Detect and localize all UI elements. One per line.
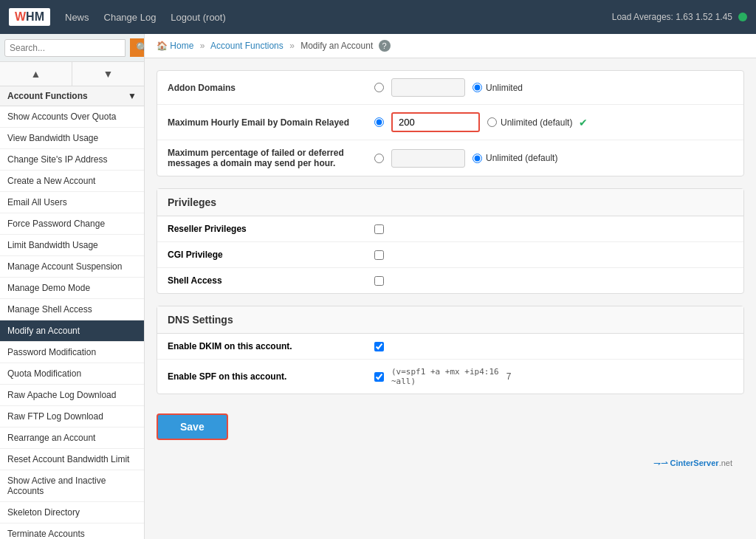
content-area: Addon Domains Unlimited Maximum (145, 58, 756, 486)
status-indicator (738, 13, 747, 21)
shell-access-row: Shell Access (157, 268, 743, 293)
max-failed-label: Maximum percentage of failed or deferred… (168, 148, 374, 168)
dkim-checkbox[interactable] (374, 342, 384, 351)
sidebar-item-force-password-change[interactable]: Force Password Change (0, 213, 144, 235)
brand-name: CinterServer (670, 459, 719, 467)
max-failed-unlimited-label[interactable]: Unlimited (default) (472, 153, 557, 163)
sidebar-item-create-new-account[interactable]: Create a New Account (0, 171, 144, 192)
nav-logout[interactable]: Logout (root) (171, 12, 225, 23)
green-check-icon: ✔ (579, 117, 588, 128)
brand-domain: .net (719, 459, 732, 467)
sidebar-item-change-sites-ip[interactable]: Change Site's IP Address (0, 149, 144, 171)
sidebar-item-view-bandwidth-usage[interactable]: View Bandwidth Usage (0, 128, 144, 149)
nav-news[interactable]: News (65, 12, 89, 23)
sidebar-item-raw-ftp-log[interactable]: Raw FTP Log Download (0, 406, 144, 428)
privileges-header: Privileges (157, 189, 743, 216)
sidebar-section-account-functions[interactable]: Account Functions ▼ (0, 86, 144, 106)
save-section: Save (157, 406, 744, 452)
top-navigation: WHM News Change Log Logout (root) Load A… (0, 0, 756, 34)
shell-access-label: Shell Access (168, 275, 374, 286)
max-failed-radio-unlimited[interactable] (472, 154, 482, 163)
max-hourly-radio-unlimited[interactable] (487, 117, 497, 127)
max-hourly-radio-value[interactable] (374, 117, 384, 127)
spf-checkbox[interactable] (374, 372, 384, 382)
help-icon[interactable]: ? (379, 40, 391, 52)
max-failed-row: Maximum percentage of failed or deferred… (157, 140, 743, 176)
dkim-row: Enable DKIM on this account. (157, 334, 743, 360)
sidebar: 🔍 ▲ ▼ Account Functions ▼ Show Accounts … (0, 34, 145, 539)
addon-unlimited-radio-label[interactable]: Unlimited (472, 83, 523, 93)
spf-controls: (v=spf1 +a +mx +ip4:16~all) 7 (374, 367, 511, 386)
sidebar-item-quota-modification[interactable]: Quota Modification (0, 363, 144, 385)
max-failed-input[interactable] (391, 149, 465, 168)
breadcrumb-sep-1: » (200, 41, 205, 51)
sidebar-item-show-accounts-over-quota[interactable]: Show Accounts Over Quota (0, 106, 144, 128)
nav-right: Load Averages: 1.63 1.52 1.45 (612, 12, 747, 22)
sidebar-item-email-all-users[interactable]: Email All Users (0, 192, 144, 213)
max-hourly-unlimited-label[interactable]: Unlimited (default) ✔ (487, 117, 588, 128)
sidebar-search-row: 🔍 (0, 34, 144, 62)
addon-unlimited-text: Unlimited (486, 83, 523, 93)
addon-domains-label: Addon Domains (168, 83, 374, 93)
addon-domains-input[interactable] (391, 78, 465, 97)
sidebar-item-limit-bandwidth-usage[interactable]: Limit Bandwidth Usage (0, 235, 144, 256)
scroll-up-button[interactable]: ▲ (0, 62, 72, 86)
dns-settings-header: DNS Settings (157, 306, 743, 334)
shell-access-checkbox[interactable] (374, 276, 384, 286)
section-label: Account Functions (7, 91, 88, 101)
breadcrumb-icon: 🏠 (157, 41, 168, 51)
sidebar-item-manage-account-suspension[interactable]: Manage Account Suspension (0, 256, 144, 278)
sidebar-item-raw-apache-log[interactable]: Raw Apache Log Download (0, 385, 144, 406)
sidebar-item-terminate-accounts[interactable]: Terminate Accounts (0, 523, 144, 539)
main-layout: 🔍 ▲ ▼ Account Functions ▼ Show Accounts … (0, 34, 756, 539)
max-failed-radio[interactable] (374, 154, 384, 163)
max-hourly-input[interactable] (391, 112, 480, 132)
addon-domains-radio-value[interactable] (374, 83, 384, 92)
search-button[interactable]: 🔍 (130, 38, 145, 57)
sidebar-nav-arrows: ▲ ▼ (0, 62, 144, 86)
scroll-down-button[interactable]: ▼ (72, 62, 144, 86)
search-input[interactable] (4, 39, 126, 57)
spf-label: Enable SPF on this account. (168, 371, 374, 382)
spf-value-text: (v=spf1 +a +mx +ip4:16~all) (391, 367, 499, 386)
addon-domains-controls: Unlimited (374, 78, 733, 97)
load-averages: Load Averages: 1.63 1.52 1.45 (612, 12, 732, 22)
max-failed-radio-value[interactable] (374, 154, 384, 163)
max-hourly-radio[interactable] (374, 117, 384, 127)
max-failed-unlimited-text: Unlimited (default) (486, 153, 557, 163)
dkim-label: Enable DKIM on this account. (168, 341, 374, 351)
cgi-privilege-label: CGI Privilege (168, 250, 374, 260)
nav-left: WHM News Change Log Logout (root) (9, 8, 226, 26)
spf-row: Enable SPF on this account. (v=spf1 +a +… (157, 360, 743, 394)
dns-settings-card: DNS Settings Enable DKIM on this account… (157, 306, 744, 394)
breadcrumb-home[interactable]: Home (170, 41, 193, 51)
save-button[interactable]: Save (157, 413, 228, 440)
sidebar-item-show-active-inactive[interactable]: Show Active and Inactive Accounts (0, 470, 144, 502)
brand-icon: ⇁⇀ (653, 458, 668, 468)
whm-logo: WHM (9, 8, 50, 26)
sidebar-item-rearrange-account[interactable]: Rearrange an Account (0, 428, 144, 449)
breadcrumb-current: Modify an Account (300, 41, 373, 51)
addon-domains-radio-unlimited[interactable] (472, 83, 482, 92)
chevron-down-icon: ▼ (128, 91, 137, 101)
breadcrumb-sep-2: » (289, 41, 295, 51)
privileges-card: Privileges Reseller Privileges CGI Privi… (157, 188, 744, 294)
sidebar-item-modify-an-account[interactable]: Modify an Account (0, 320, 144, 342)
nav-changelog[interactable]: Change Log (104, 12, 157, 23)
breadcrumb: 🏠 Home » Account Functions » Modify an A… (145, 34, 756, 58)
sidebar-item-reset-bandwidth[interactable]: Reset Account Bandwidth Limit (0, 449, 144, 470)
breadcrumb-account-functions[interactable]: Account Functions (210, 41, 284, 51)
main-content: 🏠 Home » Account Functions » Modify an A… (145, 34, 756, 539)
cgi-privilege-checkbox[interactable] (374, 250, 384, 260)
sidebar-item-skeleton-directory[interactable]: Skeleton Directory (0, 502, 144, 523)
reseller-privileges-checkbox[interactable] (374, 224, 384, 234)
sidebar-item-password-modification[interactable]: Password Modification (0, 342, 144, 363)
max-hourly-unlimited-text: Unlimited (default) (501, 117, 572, 128)
addon-radio-value[interactable] (374, 83, 384, 92)
max-hourly-row: Maximum Hourly Email by Domain Relayed U… (157, 105, 743, 140)
sidebar-item-manage-shell-access[interactable]: Manage Shell Access (0, 299, 144, 320)
footer-brand: ⇁⇀ CinterServer.net (157, 452, 744, 474)
sidebar-item-manage-demo-mode[interactable]: Manage Demo Mode (0, 278, 144, 299)
reseller-privileges-row: Reseller Privileges (157, 216, 743, 242)
max-failed-controls: Unlimited (default) (374, 149, 733, 168)
